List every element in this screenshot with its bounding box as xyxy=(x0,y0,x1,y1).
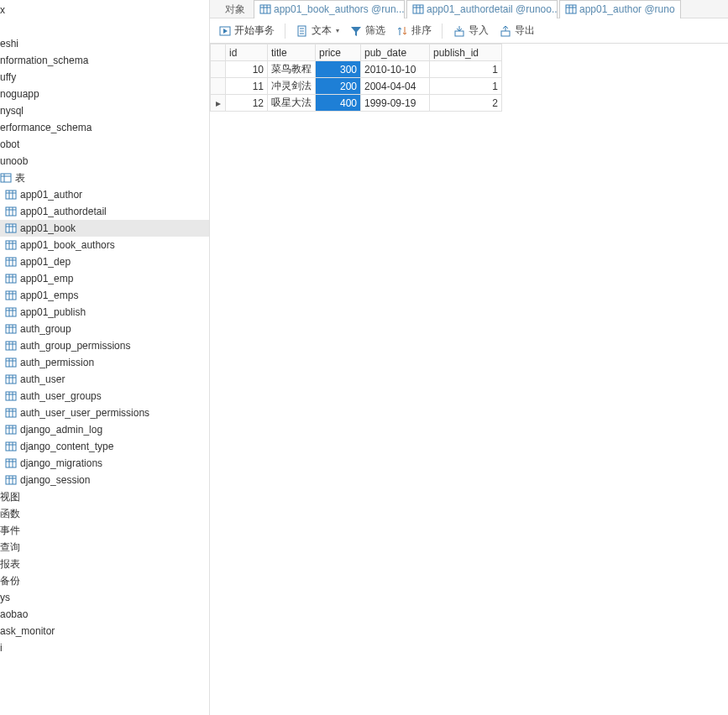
table-item[interactable]: app01_dep xyxy=(0,253,209,270)
table-item[interactable]: auth_user_groups xyxy=(0,388,209,404)
cell-title[interactable]: 菜鸟教程 xyxy=(268,61,316,78)
db-item[interactable]: erformance_schema xyxy=(0,119,209,136)
table-icon xyxy=(5,257,17,267)
table-icon xyxy=(259,4,271,14)
table-item[interactable]: app01_book xyxy=(0,220,209,237)
tab-table[interactable]: app01_book_authors @run... xyxy=(254,0,405,18)
sort-button[interactable]: 排序 xyxy=(392,21,435,41)
events-node[interactable]: 事件 xyxy=(0,522,209,539)
table-item[interactable]: app01_emps xyxy=(0,287,209,304)
column-header-publish_id[interactable]: publish_id xyxy=(430,44,502,61)
begin-transaction-button[interactable]: 开始事务 xyxy=(215,21,278,41)
table-item[interactable]: auth_permission xyxy=(0,354,209,371)
filter-button[interactable]: 筛选 xyxy=(346,21,389,41)
export-button[interactable]: 导出 xyxy=(495,21,538,41)
cell-publish_id[interactable]: 1 xyxy=(430,78,502,95)
table-item[interactable]: django_admin_log xyxy=(0,421,209,438)
table-item[interactable]: auth_user xyxy=(0,371,209,388)
table-icon xyxy=(5,441,17,451)
db-item[interactable]: x xyxy=(0,2,209,18)
cell-publish_id[interactable]: 2 xyxy=(430,95,502,112)
funnel-icon xyxy=(349,24,363,38)
cell-id[interactable]: 11 xyxy=(226,78,268,95)
db-item[interactable] xyxy=(0,18,209,35)
row-marker[interactable] xyxy=(211,78,226,95)
cell-pub_date[interactable]: 2010-10-10 xyxy=(361,61,430,78)
cell-id[interactable]: 10 xyxy=(226,61,268,78)
db-item[interactable]: noguapp xyxy=(0,86,209,102)
row-marker[interactable] xyxy=(211,61,226,78)
table-row[interactable]: 10菜鸟教程3002010-10-101 xyxy=(211,61,502,78)
table-item[interactable]: app01_author xyxy=(0,186,209,203)
table-row[interactable]: 11冲灵剑法2002004-04-041 xyxy=(211,78,502,95)
db-item[interactable]: ask_monitor xyxy=(0,623,209,639)
table-icon xyxy=(5,190,17,200)
cell-price[interactable]: 200 xyxy=(316,78,361,95)
document-icon xyxy=(296,24,309,38)
table-row[interactable]: ▸12吸星大法4001999-09-192 xyxy=(211,95,502,112)
cell-id[interactable]: 12 xyxy=(226,95,268,112)
column-header-id[interactable]: id xyxy=(226,44,268,61)
column-header-price[interactable]: price xyxy=(316,44,361,61)
table-item-label: app01_publish xyxy=(20,304,86,321)
db-item[interactable]: obot xyxy=(0,136,209,153)
column-header-title[interactable]: title xyxy=(268,44,316,61)
cell-price[interactable]: 400 xyxy=(316,95,361,112)
reports-node[interactable]: 报表 xyxy=(0,556,209,572)
db-item[interactable]: eshi xyxy=(0,35,209,52)
tab-table[interactable]: app01_authordetail @runoo... xyxy=(406,0,558,18)
table-item[interactable]: auth_group xyxy=(0,321,209,337)
db-item[interactable]: nysql xyxy=(0,102,209,119)
tables-node[interactable]: 表 xyxy=(0,170,209,186)
svg-rect-55 xyxy=(6,409,16,417)
db-item[interactable]: i xyxy=(0,639,209,656)
svg-rect-31 xyxy=(6,308,16,316)
cell-title[interactable]: 冲灵剑法 xyxy=(268,78,316,95)
cell-publish_id[interactable]: 1 xyxy=(430,61,502,78)
table-item[interactable]: django_migrations xyxy=(0,455,209,472)
cell-pub_date[interactable]: 1999-09-19 xyxy=(361,95,430,112)
queries-node[interactable]: 查询 xyxy=(0,539,209,556)
db-item[interactable]: uffy xyxy=(0,69,209,86)
import-label: 导入 xyxy=(469,23,489,38)
table-item-label: app01_book xyxy=(20,220,76,237)
row-marker[interactable]: ▸ xyxy=(211,95,226,112)
views-node[interactable]: 视图 xyxy=(0,488,209,505)
cell-pub_date[interactable]: 2004-04-04 xyxy=(361,78,430,95)
db-item[interactable]: nformation_schema xyxy=(0,52,209,69)
db-item[interactable]: aobao xyxy=(0,606,209,623)
table-item[interactable]: app01_publish xyxy=(0,304,209,321)
import-button[interactable]: 导入 xyxy=(449,21,492,41)
tab-label: app01_book_authors @run... xyxy=(274,3,405,15)
svg-rect-47 xyxy=(6,375,16,384)
svg-marker-93 xyxy=(351,27,361,36)
table-item[interactable]: app01_authordetail xyxy=(0,203,209,220)
svg-rect-79 xyxy=(413,5,423,13)
cell-title[interactable]: 吸星大法 xyxy=(268,95,316,112)
table-item[interactable]: app01_book_authors xyxy=(0,237,209,253)
cell-price[interactable]: 300 xyxy=(316,61,361,78)
table-item-label: auth_user_user_permissions xyxy=(20,404,149,421)
table-item[interactable]: django_content_type xyxy=(0,438,209,455)
column-header-pub_date[interactable]: pub_date xyxy=(361,44,430,61)
table-icon xyxy=(5,307,17,317)
separator xyxy=(442,23,443,39)
table-item-label: app01_emps xyxy=(20,287,78,304)
tab-objects[interactable]: 对象 xyxy=(217,0,254,18)
data-grid[interactable]: id title price pub_date publish_id 10菜鸟教… xyxy=(210,44,502,112)
db-item[interactable]: ys xyxy=(0,589,209,606)
row-header-corner[interactable] xyxy=(211,44,226,61)
text-view-button[interactable]: 文本 ▾ xyxy=(292,21,343,41)
db-item[interactable]: unoob xyxy=(0,153,209,170)
backups-node[interactable]: 备份 xyxy=(0,572,209,589)
svg-rect-23 xyxy=(6,274,16,283)
svg-rect-59 xyxy=(6,425,16,434)
tab-table[interactable]: app01_author @runo xyxy=(559,0,681,18)
tab-label: app01_author @runo xyxy=(579,3,675,15)
table-item[interactable]: auth_group_permissions xyxy=(0,337,209,354)
table-item[interactable]: django_session xyxy=(0,472,209,488)
table-item[interactable]: app01_emp xyxy=(0,270,209,287)
table-item[interactable]: auth_user_user_permissions xyxy=(0,404,209,421)
functions-node[interactable]: 函数 xyxy=(0,505,209,522)
table-item-label: app01_authordetail xyxy=(20,203,107,220)
